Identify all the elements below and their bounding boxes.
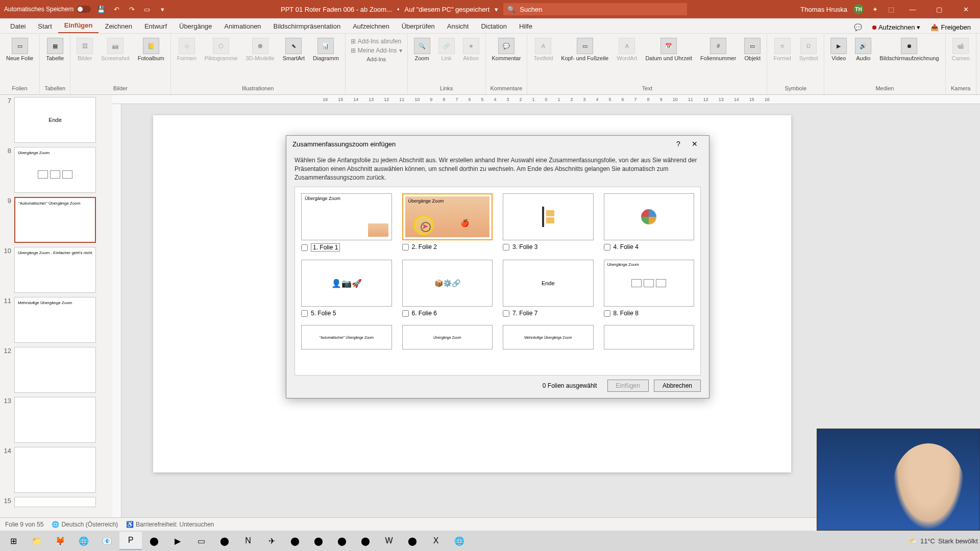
tab-dictation[interactable]: Dictation [475, 19, 513, 33]
grid-slide-8[interactable]: Übergänge Zoom8. Folie 8 [604, 260, 695, 317]
icons-button[interactable]: ⬡Piktogramme [202, 36, 241, 63]
powerpoint-icon[interactable]: P [119, 532, 142, 550]
symbol-button[interactable]: ΩSymbol [796, 36, 821, 63]
checkbox-slide-6[interactable] [402, 310, 409, 317]
tab-uebergaenge[interactable]: Übergänge [173, 19, 218, 33]
checkbox-slide-1[interactable] [301, 244, 308, 251]
action-button[interactable]: ★Aktion [460, 36, 482, 63]
record-button[interactable]: Aufzeichnen▾ [867, 21, 926, 33]
close-dialog-button[interactable]: ✕ [687, 137, 703, 151]
tab-hilfe[interactable]: Hilfe [513, 19, 538, 33]
screenrecord-button[interactable]: ⏺Bildschirmaufzeichnung [876, 36, 942, 63]
grid-slide-9[interactable]: "Automatischer" Übergänge Zoom [301, 325, 392, 349]
chart-button[interactable]: 📊Diagramm [310, 36, 342, 63]
ribbon-mode-icon[interactable]: ⬚ [886, 4, 896, 14]
tab-entwurf[interactable]: Entwurf [138, 19, 173, 33]
photoalbum-button[interactable]: 📒Fotoalbum [135, 36, 167, 63]
vlc-icon[interactable]: ▶ [166, 532, 189, 550]
slide-thumb-12[interactable] [14, 347, 96, 393]
slidenumber-button[interactable]: #Foliennummer [697, 36, 739, 63]
onenote-icon[interactable]: N [237, 532, 259, 550]
grid-slide-2[interactable]: Übergänge Zoom🍎➤2. Folie 2 [402, 193, 493, 252]
tab-bildschirm[interactable]: Bildschirmpräsentation [267, 19, 347, 33]
grid-slide-11[interactable]: Mehrstufige Übergänge Zoom [503, 325, 594, 349]
help-button[interactable]: ? [670, 137, 687, 151]
excel-icon[interactable]: X [425, 532, 447, 550]
checkbox-slide-5[interactable] [301, 310, 308, 317]
slide-thumb-11[interactable]: Mehrstufige Übergänge Zoom [14, 297, 96, 343]
redo-icon[interactable]: ↷ [127, 4, 137, 14]
slide-selection-grid[interactable]: Übergänge Zoom1. Folie 1 Übergänge Zoom🍎… [295, 187, 701, 375]
share-button[interactable]: 📤 Freigeben [925, 21, 976, 33]
user-name[interactable]: Thomas Hruska [800, 6, 847, 13]
grid-slide-1[interactable]: Übergänge Zoom1. Folie 1 [301, 193, 392, 252]
app-icon[interactable]: ⬤ [213, 532, 236, 550]
checkbox-slide-7[interactable] [503, 310, 509, 317]
start-button[interactable]: ⊞ [2, 532, 24, 550]
app-icon[interactable]: ▭ [190, 532, 212, 550]
tab-aufzeichnen[interactable]: Aufzeichnen [347, 19, 396, 33]
new-slide-button[interactable]: ▭Neue Folie [3, 36, 36, 63]
maximize-button[interactable]: ▢ [929, 0, 949, 18]
coming-soon-icon[interactable]: ✦ [870, 4, 880, 14]
autosave-toggle[interactable]: Automatisches Speichern [4, 6, 91, 13]
comments-toggle[interactable]: 💬 [849, 21, 867, 33]
grid-slide-3[interactable]: 3. Folie 3 [503, 193, 594, 252]
smartart-button[interactable]: ⬉SmartArt [280, 36, 308, 63]
pictures-button[interactable]: 🖼Bilder [74, 36, 96, 63]
chrome-icon[interactable]: 🌐 [72, 532, 95, 550]
slide-thumb-9[interactable]: "Automatischer" Übergänge Zoom [14, 197, 96, 243]
slide-counter[interactable]: Folie 9 von 55 [5, 521, 43, 528]
app-icon[interactable]: ⬤ [284, 532, 306, 550]
checkbox-slide-8[interactable] [604, 310, 610, 317]
word-icon[interactable]: W [378, 532, 400, 550]
cancel-button[interactable]: Abbrechen [654, 380, 701, 392]
weather-widget[interactable]: ⛅ 11°C Stark bewölkt [909, 537, 978, 545]
screenshot-button[interactable]: 📷Screenshot [98, 36, 133, 63]
minimize-button[interactable]: — [902, 0, 923, 18]
slide-thumb-8[interactable]: Übergänge Zoom [14, 147, 96, 193]
comment-button[interactable]: 💬Kommentar [489, 36, 524, 63]
edge-icon[interactable]: 🌐 [448, 532, 471, 550]
3d-button[interactable]: ⬢3D-Modelle [242, 36, 277, 63]
chevron-down-icon[interactable]: ▾ [495, 6, 498, 13]
user-avatar[interactable]: TH [853, 4, 864, 14]
slide-thumb-13[interactable] [14, 397, 96, 443]
more-icon[interactable]: ▾ [157, 4, 167, 14]
grid-slide-12[interactable] [604, 325, 695, 349]
tab-ansicht[interactable]: Ansicht [441, 19, 475, 33]
search-box[interactable]: 🔍 Suchen [503, 3, 687, 15]
undo-icon[interactable]: ↶ [111, 4, 121, 14]
outlook-icon[interactable]: 📧 [96, 532, 118, 550]
date-button[interactable]: 📅Datum und Uhrzeit [642, 36, 695, 63]
slide-thumb-10[interactable]: Übergänge Zoom - Einfacher geht's nicht [14, 247, 96, 293]
tab-einfuegen[interactable]: Einfügen [58, 18, 99, 33]
language-selector[interactable]: 🌐 Deutsch (Österreich) [52, 521, 118, 528]
audio-button[interactable]: 🔊Audio [852, 36, 874, 63]
tab-ueberpruefen[interactable]: Überprüfen [396, 19, 441, 33]
wordart-button[interactable]: AWordArt [614, 36, 640, 63]
explorer-icon[interactable]: 📁 [26, 532, 48, 550]
get-addins-button[interactable]: ⊞ Add-Ins abrufen [351, 38, 402, 45]
telegram-icon[interactable]: ✈ [260, 532, 283, 550]
insert-button[interactable]: Einfügen [607, 380, 649, 392]
grid-slide-10[interactable]: Übergänge Zoom [402, 325, 493, 349]
my-addins-button[interactable]: ⊞ Meine Add-Ins ▾ [351, 47, 402, 54]
save-icon[interactable]: 💾 [96, 4, 106, 14]
checkbox-slide-3[interactable] [503, 244, 509, 251]
slide-thumb-14[interactable] [14, 447, 96, 493]
obs-icon[interactable]: ⬤ [307, 532, 330, 550]
table-button[interactable]: ▦Tabelle [43, 36, 67, 63]
tab-zeichnen[interactable]: Zeichnen [99, 19, 138, 33]
tab-datei[interactable]: Datei [4, 19, 32, 33]
app-icon[interactable]: ⬤ [331, 532, 353, 550]
object-button[interactable]: ▭Objekt [741, 36, 764, 63]
toggle-switch[interactable] [77, 6, 91, 13]
app-icon[interactable]: ⬤ [143, 532, 165, 550]
slide-thumb-7[interactable]: Ende [14, 97, 96, 143]
grid-slide-5[interactable]: 👤📷🚀5. Folie 5 [301, 260, 392, 317]
textbox-button[interactable]: ATextfeld [530, 36, 556, 63]
present-icon[interactable]: ▭ [142, 4, 152, 14]
grid-slide-7[interactable]: Ende7. Folie 7 [503, 260, 594, 317]
firefox-icon[interactable]: 🦊 [49, 532, 71, 550]
